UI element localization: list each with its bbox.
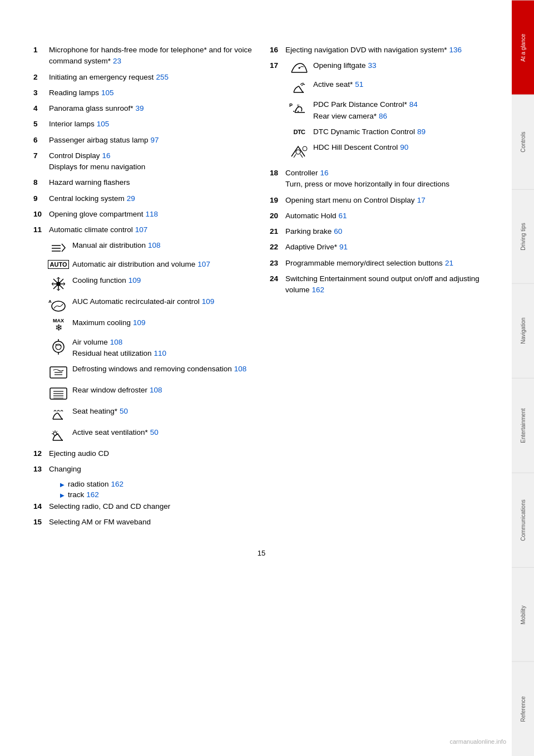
list-item: 16 Ejecting navigation DVD with navigati… bbox=[270, 45, 490, 56]
icon-row-rear-defrost: Rear window defroster108 bbox=[44, 385, 253, 401]
list-item: 3 Reading lamps105 bbox=[33, 87, 253, 99]
list-item: 21 Parking brake60 bbox=[270, 226, 490, 237]
list-item: 15 Selecting AM or FM waveband bbox=[33, 517, 253, 528]
list-item: 22 Adaptive Drive*91 bbox=[270, 242, 490, 253]
watermark: carmanualonline.info bbox=[449, 738, 506, 745]
list-item: 10 Opening glove compartment118 bbox=[33, 209, 253, 220]
list-item: 18 Controller16Turn, press or move horiz… bbox=[270, 168, 490, 190]
svg-text:P: P bbox=[289, 102, 293, 108]
svg-point-18 bbox=[53, 341, 64, 352]
tab-navigation[interactable]: Navigation bbox=[512, 283, 534, 378]
hdc-icon bbox=[285, 143, 313, 159]
svg-point-39 bbox=[299, 67, 300, 69]
seat-vent-icon bbox=[44, 428, 72, 444]
icon-row-auc: A AUC Automatic recirculated-air control… bbox=[44, 296, 253, 313]
tab-reference[interactable]: Reference bbox=[512, 661, 534, 756]
svg-text:ÿ: ÿ bbox=[297, 103, 299, 108]
manual-air-icon bbox=[44, 241, 72, 254]
list-item: 14 Selecting radio, CD and CD changer bbox=[33, 501, 253, 512]
list-item: 1 Microphone for hands-free mode for tel… bbox=[33, 45, 253, 67]
svg-line-35 bbox=[56, 431, 57, 433]
tab-mobility[interactable]: Mobility bbox=[512, 567, 534, 662]
auc-icon: A bbox=[44, 297, 72, 313]
icon-row-pdc: P ÿ PDC Park Distance Control*84 bbox=[285, 99, 426, 122]
dtc-icon: DTC bbox=[285, 127, 313, 137]
list-item: 12 Ejecting audio CD bbox=[33, 448, 253, 459]
svg-point-48 bbox=[303, 146, 307, 151]
tab-controls[interactable]: Controls bbox=[512, 95, 534, 189]
main-content: 1 Microphone for hands-free mode for tel… bbox=[0, 0, 512, 756]
svg-text:A: A bbox=[48, 299, 52, 304]
page-number: 15 bbox=[33, 549, 490, 557]
icon-row-auto: AUTO Automatic air distribution and volu… bbox=[44, 259, 253, 270]
list-item-17: 17 Opening liftgate33 bbox=[270, 60, 490, 163]
list-item: 6 Passenger airbag status lamp97 bbox=[33, 135, 253, 146]
list-item: 11 Automatic climate control107 bbox=[33, 224, 253, 235]
icon-row-liftgate: Opening liftgate33 bbox=[285, 60, 426, 75]
list-item: 20 Automatic Hold61 bbox=[270, 210, 490, 222]
cooling-icon bbox=[44, 276, 72, 292]
two-column-layout: 1 Microphone for hands-free mode for tel… bbox=[33, 45, 490, 532]
icon-row-cooling: Cooling function109 bbox=[44, 275, 253, 292]
list-item: 13 Changing bbox=[33, 464, 253, 475]
defrost-window-icon bbox=[44, 365, 72, 380]
icon-row-max: MAX ❄ Maximum cooling109 bbox=[44, 317, 253, 332]
tab-driving-tips[interactable]: Driving tips bbox=[512, 189, 534, 284]
airvolume-icon bbox=[44, 338, 72, 356]
list-item: 7 Control Display16Displays for menu nav… bbox=[33, 150, 253, 173]
svg-point-44 bbox=[293, 111, 294, 112]
icon-row-dtc: DTC DTC Dynamic Traction Control89 bbox=[285, 126, 426, 138]
icon-row-airvolume: Air volume108 Residual heat utilization1… bbox=[44, 337, 253, 360]
sub-item-radio: ▶ radio station162 bbox=[60, 480, 253, 488]
max-icon: MAX ❄ bbox=[44, 318, 72, 332]
list-item: 9 Central locking system29 bbox=[33, 193, 253, 204]
icon-row-hdc: HDC Hill Descent Control90 bbox=[285, 142, 426, 159]
tab-at-a-glance[interactable]: At a glance bbox=[512, 0, 534, 95]
icon-row-active-seat: Active seat*51 bbox=[285, 79, 426, 95]
svg-point-45 bbox=[295, 110, 296, 111]
svg-point-47 bbox=[296, 150, 300, 154]
auto-icon: AUTO bbox=[44, 260, 72, 269]
tab-entertainment[interactable]: Entertainment bbox=[512, 378, 534, 473]
icon-row-seat-vent: Active seat ventilation*50 bbox=[44, 427, 253, 444]
icon-row-seat-heat: Seat heating*50 bbox=[44, 406, 253, 423]
liftgate-icon bbox=[285, 61, 313, 75]
seat-heat-icon bbox=[44, 407, 72, 423]
icon-row-defrost-window: Defrosting windows and removing condensa… bbox=[44, 364, 253, 380]
list-item: 24 Switching Entertainment sound output … bbox=[270, 273, 490, 296]
active-seat-icon bbox=[285, 80, 313, 95]
list-item: 19 Opening start menu on Control Display… bbox=[270, 195, 490, 206]
svg-point-32 bbox=[53, 432, 57, 435]
icon-row-manual-air: Manual air distribution108 bbox=[44, 240, 253, 254]
sidebar-tabs: At a glance Controls Driving tips Naviga… bbox=[512, 0, 534, 756]
rear-defrost-icon bbox=[44, 386, 72, 401]
svg-line-37 bbox=[53, 431, 54, 433]
list-item: 23 Programmable memory/direct selection … bbox=[270, 258, 490, 269]
list-item: 4 Panorama glass sunroof*39 bbox=[33, 103, 253, 114]
tab-communications[interactable]: Communications bbox=[512, 473, 534, 567]
list-item: 8 Hazard warning flashers bbox=[33, 177, 253, 188]
left-column: 1 Microphone for hands-free mode for tel… bbox=[33, 45, 253, 532]
list-item: 5 Interior lamps105 bbox=[33, 119, 253, 130]
pdc-icon: P ÿ bbox=[285, 100, 313, 116]
sub-item-track: ▶ track162 bbox=[60, 490, 253, 499]
right-column: 16 Ejecting navigation DVD with navigati… bbox=[270, 45, 490, 532]
svg-point-46 bbox=[298, 111, 299, 112]
list-item: 2 Initiating an emergency request255 bbox=[33, 72, 253, 83]
